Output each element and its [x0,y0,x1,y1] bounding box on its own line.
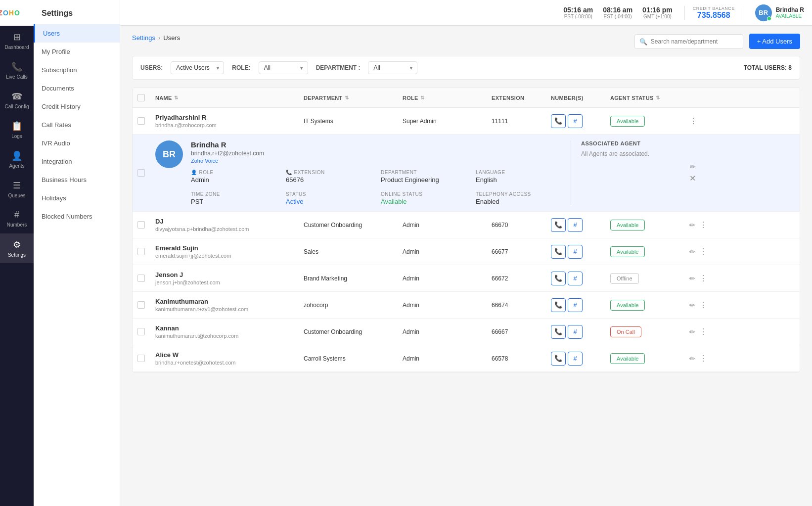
hash-button[interactable]: # [568,218,583,232]
sidebar-item-call-rates[interactable]: Call Rates [34,116,120,134]
row-checkbox[interactable] [137,248,145,255]
phone-button[interactable]: 📞 [551,218,566,232]
edit-button[interactable]: ✏ [689,221,695,229]
status-badge: On Call [610,326,641,337]
edit-button[interactable]: ✏ [689,328,695,336]
sort-icon: ⇅ [174,95,178,100]
header-checkbox[interactable] [137,94,145,101]
sidebar-item-ivr-audio[interactable]: IVR Audio [34,134,120,152]
user-fullname: Jenson J [155,271,220,278]
sidebar-item-credit-history[interactable]: Credit History [34,97,120,116]
sidebar-item-numbers[interactable]: # Numbers [0,204,34,233]
edit-button[interactable]: ✏ [690,163,696,171]
more-options-button[interactable]: ⋮ [699,354,707,363]
row-checkbox[interactable] [137,169,145,177]
gmt-zone: GMT (+1:00) [643,14,672,19]
sidebar-item-call-config[interactable]: ☎ Call Config [0,85,34,115]
sidebar-item-documents[interactable]: Documents [34,79,120,97]
td-numbers: 📞 # [546,239,605,265]
close-button[interactable]: ✕ [689,174,696,183]
row-checkbox[interactable] [137,221,145,229]
td-actions: ⋮ [684,110,714,132]
user-email: kanimuthumaran.t@zohocorp.com [155,333,238,339]
department-filter-select[interactable]: All [368,61,417,74]
table-row[interactable]: Emerald Sujin emerald.sujin+jj@zohotest.… [133,238,800,265]
status-badge: Available [610,300,645,311]
table-row[interactable]: Kannan kanimuthumaran.t@zohocorp.com Cus… [133,319,800,345]
more-options-button[interactable]: ⋮ [699,300,707,310]
settings-icon: ⚙ [13,239,21,250]
sidebar-item-my-profile[interactable]: My Profile [34,43,120,61]
row-checkbox[interactable] [137,117,145,125]
table-row[interactable]: BR Brindha R brindha.r+t2@zohotest.com Z… [133,135,800,212]
sidebar-item-logs[interactable]: 📋 Logs [0,115,34,144]
more-options-button[interactable]: ⋮ [689,116,697,126]
table-row[interactable]: Alice W brindha.r+onetest@zohotest.com C… [133,345,800,372]
search-input[interactable] [634,34,743,49]
department-filter-wrapper: All ▼ [368,61,417,74]
more-options-button[interactable]: ⋮ [699,327,707,336]
hash-button[interactable]: # [568,298,583,312]
hash-button[interactable]: # [568,325,583,339]
more-options-button[interactable]: ⋮ [699,247,707,256]
phone-button[interactable]: 📞 [551,272,566,285]
user-email: jenson.j+br@zohotest.com [155,279,220,285]
more-options-button[interactable]: ⋮ [699,220,707,230]
phone-button[interactable]: 📞 [551,245,566,259]
td-checkbox [133,322,150,341]
edit-button[interactable]: ✏ [689,275,695,282]
sidebar-item-integration[interactable]: Integration [34,152,120,171]
sidebar-item-settings[interactable]: ⚙ Settings [0,233,34,263]
table-row[interactable]: Priyadharshini R brindha.r@zohocorp.com … [133,108,800,135]
sidebar-item-live-calls[interactable]: 📞 Live Calls [0,55,34,85]
role-filter-select[interactable]: All [259,61,308,74]
avatar: BR [755,4,772,21]
user-profile[interactable]: BR Brindha R AVAILABLE [755,4,804,21]
sidebar-item-queues[interactable]: ☰ Queues [0,174,34,204]
edit-button[interactable]: ✏ [689,248,695,256]
user-email: divyajyotsna.p+brindha@zohotest.com [155,226,249,232]
phone-button[interactable]: 📞 [551,298,566,312]
role-filter-wrapper: All ▼ [259,61,308,74]
sidebar-item-business-hours[interactable]: Business Hours [34,171,120,189]
td-extension: 66677 [487,242,546,261]
time-zone-est: 08:16 am EST (-04:00) [603,6,632,19]
hash-button[interactable]: # [568,352,583,366]
td-name: Emerald Sujin emerald.sujin+jj@zohotest.… [150,238,299,265]
hash-button[interactable]: # [568,272,583,285]
row-checkbox[interactable] [137,301,145,309]
edit-button[interactable]: ✏ [689,301,695,309]
more-options-button[interactable]: ⋮ [699,274,707,283]
add-users-button[interactable]: + Add Users [749,34,800,49]
row-checkbox[interactable] [137,275,145,282]
user-fullname: Emerald Sujin [155,244,231,252]
row-checkbox[interactable] [137,328,145,335]
expanded-user-name: Brindha R [191,140,563,149]
dashboard-icon: ⊞ [13,32,21,43]
table-row[interactable]: DJ divyajyotsna.p+brindha@zohotest.com C… [133,212,800,238]
sidebar-item-dashboard[interactable]: ⊞ Dashboard [0,26,34,55]
sidebar-item-blocked-numbers[interactable]: Blocked Numbers [34,207,120,226]
hash-button[interactable]: # [568,245,583,259]
row-checkbox[interactable] [137,355,145,362]
td-name: Kannan kanimuthumaran.t@zohocorp.com [150,319,299,345]
phone-button[interactable]: 📞 [551,325,566,339]
phone-button[interactable]: 📞 [551,114,566,128]
table-row[interactable]: Jenson J jenson.j+br@zohotest.com Brand … [133,265,800,292]
phone-button[interactable]: 📞 [551,352,566,366]
sidebar-item-subscription[interactable]: Subscription [34,61,120,79]
numbers-icon: # [14,210,19,220]
user-fullname: Kannan [155,324,238,332]
edit-button[interactable]: ✏ [689,355,695,363]
sidebar-item-users[interactable]: Users [34,24,120,43]
est-time: 08:16 am [603,6,632,14]
table-row[interactable]: Kanimuthumaran kanimuthumaran.t+zv1@zoho… [133,292,800,319]
queues-icon: ☰ [13,180,21,191]
sidebar-item-holidays[interactable]: Holidays [34,189,120,207]
users-filter-select[interactable]: Active Users [171,61,224,74]
breadcrumb-parent[interactable]: Settings [132,34,155,42]
logs-icon: 📋 [11,121,22,132]
sidebar-item-agents[interactable]: 👤 Agents [0,144,34,174]
hash-button[interactable]: # [568,114,583,128]
td-actions: ✏ ⋮ [684,241,714,262]
